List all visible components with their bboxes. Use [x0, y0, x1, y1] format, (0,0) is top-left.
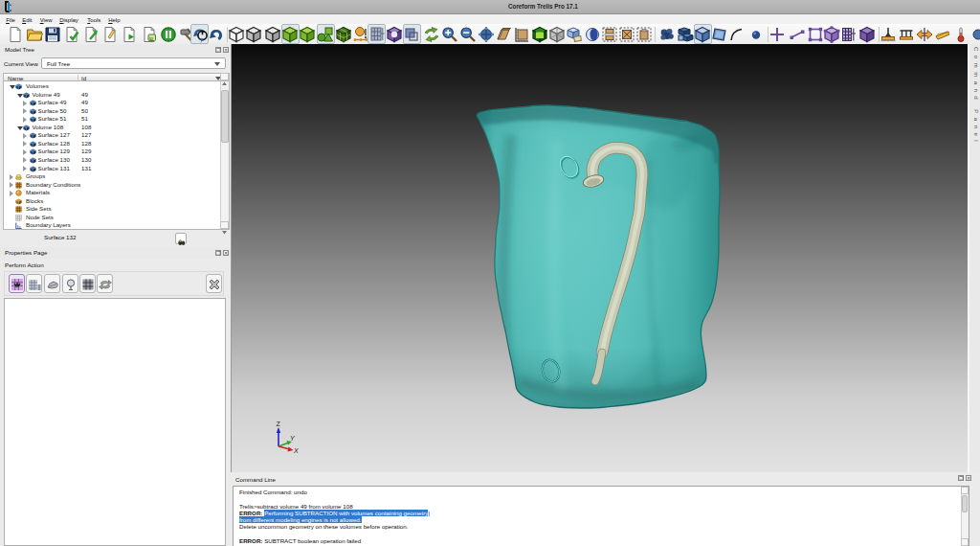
svg-text:io: io	[149, 35, 153, 41]
svg-text:X: X	[293, 447, 299, 454]
svg-text:Z: Z	[277, 421, 281, 427]
svg-text:Y: Y	[290, 435, 296, 442]
